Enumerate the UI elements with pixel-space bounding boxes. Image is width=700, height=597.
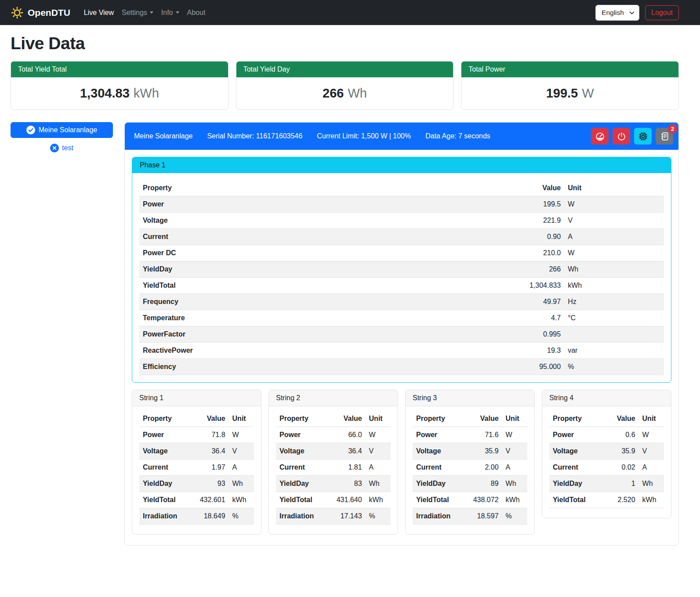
serial-number-label: Serial Number: 116171603546 bbox=[207, 132, 302, 140]
value-cell: 35.9 bbox=[468, 443, 502, 460]
property-cell: Power bbox=[549, 427, 604, 443]
property-cell: YieldDay bbox=[139, 261, 464, 278]
data-age-label: Data Age: 7 seconds bbox=[425, 132, 490, 140]
table-row: YieldDay1Wh bbox=[549, 476, 664, 492]
inverter-button-test[interactable]: test bbox=[11, 144, 113, 152]
table-row: Temperature4.7°C bbox=[139, 310, 664, 326]
string-1-card: String 1 Property Value Unit bbox=[132, 390, 261, 535]
property-cell: Power bbox=[139, 427, 194, 443]
language-select-wrap: English bbox=[595, 5, 639, 21]
value-cell: 210.0 bbox=[464, 245, 564, 261]
unit-cell: % bbox=[366, 508, 391, 525]
value-cell: 93 bbox=[194, 476, 228, 492]
navbar-right: English Logout bbox=[595, 5, 679, 21]
value-cell: 71.8 bbox=[194, 427, 228, 443]
property-cell: Irradiation bbox=[413, 508, 468, 525]
property-cell: YieldTotal bbox=[139, 492, 194, 508]
table-row: Efficiency95.000% bbox=[139, 359, 664, 375]
property-cell: Current bbox=[413, 460, 468, 476]
nav-item-settings[interactable]: Settings bbox=[118, 5, 157, 20]
current-limit-label: Current Limit: 1,500 W | 100% bbox=[317, 132, 411, 140]
table-row: Power71.6W bbox=[413, 427, 527, 443]
brand[interactable]: OpenDTU bbox=[11, 6, 70, 19]
logout-button[interactable]: Logout bbox=[645, 5, 679, 20]
device-info-button[interactable] bbox=[634, 128, 652, 145]
value-cell: 1,304.833 bbox=[464, 278, 564, 294]
property-cell: YieldDay bbox=[276, 476, 331, 492]
table-row: Current0.90A bbox=[139, 229, 664, 245]
property-cell: YieldTotal bbox=[276, 492, 331, 508]
power-button[interactable] bbox=[613, 128, 630, 145]
language-select[interactable]: English bbox=[595, 5, 639, 21]
inverter-card-header: Meine Solaranlage Serial Number: 1161716… bbox=[125, 123, 678, 150]
card-body: 1,304.83 kWh bbox=[11, 77, 228, 109]
string-title: String 3 bbox=[406, 390, 534, 406]
property-cell: YieldDay bbox=[549, 476, 604, 492]
card-unit: Wh bbox=[348, 86, 367, 101]
unit-cell: % bbox=[502, 508, 527, 525]
table-row: YieldDay93Wh bbox=[139, 476, 254, 492]
table-row: YieldDay266Wh bbox=[139, 261, 664, 278]
table-row: Current1.81A bbox=[276, 460, 391, 476]
string-2-card: String 2 Property Value Unit bbox=[268, 390, 398, 535]
property-cell: Current bbox=[276, 460, 331, 476]
check-circle-icon bbox=[26, 126, 35, 134]
value-cell: 0.6 bbox=[604, 427, 638, 443]
value-cell: 1.81 bbox=[331, 460, 365, 476]
table-row: YieldTotal1,304.833kWh bbox=[139, 278, 664, 294]
brand-label: OpenDTU bbox=[28, 7, 70, 18]
value-cell: 2.00 bbox=[468, 460, 502, 476]
value-cell: 2.520 bbox=[604, 492, 638, 508]
unit-cell: A bbox=[229, 460, 254, 476]
value-cell: 36.4 bbox=[194, 443, 228, 460]
property-cell: Efficiency bbox=[139, 359, 464, 375]
column-value: Value bbox=[464, 180, 564, 196]
column-value: Value bbox=[604, 411, 638, 427]
unit-cell: A bbox=[366, 460, 391, 476]
column-value: Value bbox=[194, 411, 228, 427]
property-cell: Voltage bbox=[276, 443, 331, 460]
value-cell: 438.072 bbox=[468, 492, 502, 508]
property-cell: Voltage bbox=[413, 443, 468, 460]
value-cell: 221.9 bbox=[464, 213, 564, 229]
inverter-selector: Meine Solaranlage test bbox=[11, 122, 113, 152]
property-cell: Current bbox=[549, 460, 604, 476]
nav-item-label: About bbox=[187, 9, 206, 17]
table-row: Voltage35.9V bbox=[549, 443, 664, 460]
value-cell: 18.597 bbox=[468, 508, 502, 525]
value-cell: 1.97 bbox=[194, 460, 228, 476]
x-circle-icon bbox=[50, 144, 59, 152]
value-cell: 17.143 bbox=[331, 508, 365, 525]
unit-cell: W bbox=[639, 427, 664, 443]
table-row: Voltage36.4V bbox=[139, 443, 254, 460]
cpu-icon bbox=[638, 132, 648, 141]
phase-title: Phase 1 bbox=[132, 157, 671, 173]
nav-item-label: Info bbox=[161, 9, 173, 17]
total-power-card: Total Power 199.5 W bbox=[461, 61, 679, 110]
string-2-table: Property Value Unit Power66.0WVoltage36.… bbox=[276, 411, 391, 525]
unit-cell bbox=[564, 326, 664, 343]
nav-item-about[interactable]: About bbox=[183, 5, 210, 20]
inverter-test-label: test bbox=[62, 144, 73, 152]
unit-cell: W bbox=[366, 427, 391, 443]
caret-down-icon bbox=[150, 11, 153, 14]
table-row: YieldTotal431.640kWh bbox=[276, 492, 391, 508]
property-cell: Frequency bbox=[139, 294, 464, 310]
power-icon bbox=[617, 132, 626, 141]
value-cell: 19.3 bbox=[464, 343, 564, 359]
string-4-card: String 4 Property Value Unit bbox=[542, 390, 671, 518]
nav-item-info[interactable]: Info bbox=[157, 5, 183, 20]
sun-icon bbox=[11, 6, 24, 19]
nav-menu: Live View Settings Info About bbox=[80, 5, 210, 20]
column-unit: Unit bbox=[366, 411, 391, 427]
table-row: YieldTotal438.072kWh bbox=[413, 492, 527, 508]
table-row: Frequency49.97Hz bbox=[139, 294, 664, 310]
limit-settings-button[interactable] bbox=[591, 128, 609, 145]
unit-cell: V bbox=[639, 443, 664, 460]
value-cell: 18.649 bbox=[194, 508, 228, 525]
unit-cell: A bbox=[502, 460, 527, 476]
nav-item-live-view[interactable]: Live View bbox=[80, 5, 118, 20]
inverter-button-selected[interactable]: Meine Solaranlage bbox=[11, 122, 113, 138]
value-cell: 432.601 bbox=[194, 492, 228, 508]
event-log-button[interactable]: 2 bbox=[656, 128, 673, 145]
